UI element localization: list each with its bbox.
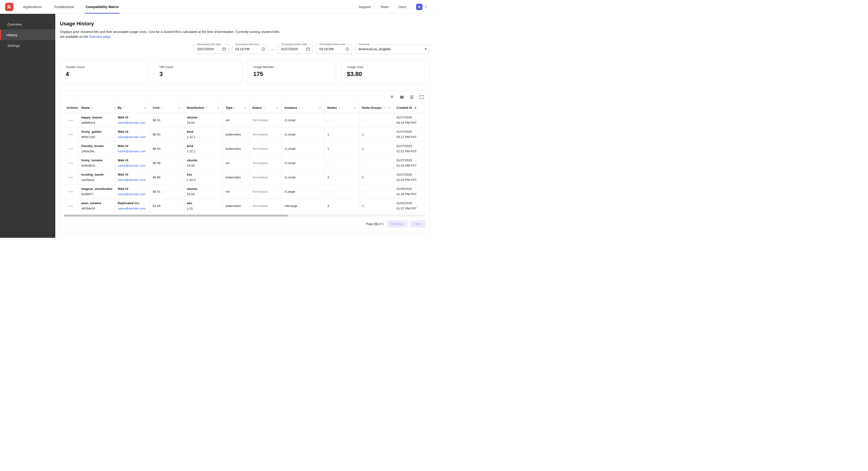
instance-value: r1.small [284, 132, 321, 137]
more-options-icon[interactable]: ••• [69, 118, 73, 122]
created-by-source: Web UI [118, 129, 147, 134]
sort-desc-icon[interactable] [414, 106, 417, 110]
sort-icon[interactable] [383, 107, 385, 109]
sort-icon[interactable] [338, 107, 340, 109]
more-options-icon[interactable]: ••• [69, 147, 73, 150]
column-menu-icon[interactable] [351, 106, 356, 109]
created-by-email-link[interactable]: name@domain.com [118, 164, 147, 168]
more-options-icon[interactable]: ••• [69, 161, 73, 165]
instance-cell: r1.small [282, 156, 324, 170]
density-icon[interactable] [409, 95, 414, 99]
created-time: 01:34 PM PST [397, 192, 423, 197]
horizontal-scrollbar-track[interactable] [64, 214, 426, 216]
cluster-id: fe3f8977 [81, 192, 112, 197]
clock-icon[interactable] [261, 47, 266, 51]
status-cell: Terminated [249, 199, 282, 213]
type-value: kubernetes [225, 147, 247, 151]
table-row: ••• frosty_galileo 995b7182 Web UI name@… [64, 127, 426, 142]
column-header-node-groups[interactable]: Node Groups [359, 102, 394, 113]
created-date: 01/27/2025 [397, 129, 423, 134]
terminated-after-time-input[interactable]: Terminated after time 03:19 PM [232, 44, 268, 54]
timezone-select[interactable]: Timezone America/Los_Angeles [355, 44, 429, 54]
description-period: . [110, 35, 111, 38]
column-header-status[interactable]: Status [249, 102, 282, 113]
terminated-before-time-input[interactable]: Terminated before time 03:19 PM [316, 44, 352, 54]
created-by-email-link[interactable]: name@domain.com [118, 120, 147, 125]
node-groups-cell: - [359, 156, 394, 170]
account-menu[interactable]: K [416, 4, 428, 10]
column-menu-icon[interactable] [142, 106, 147, 109]
created-time: 01:07 PM PST [397, 206, 423, 211]
sort-icon[interactable] [234, 107, 236, 109]
more-options-icon[interactable]: ••• [69, 190, 73, 193]
column-header-by[interactable]: By [115, 102, 150, 113]
next-page-button[interactable]: Next [411, 220, 426, 228]
filter-icon[interactable] [390, 95, 394, 99]
column-menu-icon[interactable] [242, 106, 247, 109]
nav-link-support[interactable]: Support [359, 5, 371, 9]
calendar-icon[interactable] [306, 47, 310, 51]
page-indicator-suffix: of 1 [379, 222, 384, 226]
sidebar-item-history[interactable]: History [0, 29, 55, 40]
table-row: ••• funny_lumiere de9ed87d Web UI name@d… [64, 156, 426, 170]
nav-item-troubleshoot[interactable]: Troubleshoot [53, 0, 75, 13]
instance-value: r1.small [284, 118, 321, 123]
created-by-email-link[interactable]: name@domain.com [118, 192, 147, 197]
column-header-name[interactable]: Name [79, 102, 115, 113]
node-groups-cell: 1 [359, 127, 394, 142]
clock-icon[interactable] [345, 47, 349, 51]
sidebar-item-settings[interactable]: Settings [0, 40, 55, 51]
created-at-cell: 01/02/2025 01:07 PM PST [394, 199, 426, 213]
terminated-before-date-input[interactable]: Terminated before date 01/27/2025 [278, 44, 313, 54]
columns-icon[interactable] [399, 95, 404, 99]
fullscreen-icon[interactable] [419, 95, 424, 99]
terminated-after-time-label: Terminated after time [234, 43, 260, 46]
sort-icon[interactable] [206, 107, 207, 109]
created-by-email-link[interactable]: name@domain.com [118, 135, 147, 139]
column-menu-icon[interactable] [215, 106, 220, 109]
created-by-email-link[interactable]: name@domain.com [118, 206, 147, 211]
nav-item-applications[interactable]: Applications [22, 0, 42, 13]
created-by-email-link[interactable]: name@domain.com [118, 178, 147, 182]
column-header-instance[interactable]: Instance [282, 102, 324, 113]
created-by-email-link[interactable]: name@domain.com [118, 149, 147, 154]
column-label: Cost [153, 106, 160, 110]
distribution-version: 1.31 [187, 206, 220, 211]
column-header-nodes[interactable]: Nodes [324, 102, 359, 113]
column-header-distribution[interactable]: Distribution [184, 102, 223, 113]
terminated-before-time-label: Terminated before time [318, 43, 346, 46]
column-menu-icon[interactable] [177, 106, 181, 109]
brand-logo[interactable]: R [5, 0, 13, 13]
column-header-cost[interactable]: Cost [150, 102, 184, 113]
column-menu-icon[interactable] [317, 106, 321, 109]
overview-page-link[interactable]: Overview page [89, 35, 110, 38]
nav-link-docs[interactable]: Docs [399, 5, 406, 9]
more-options-icon[interactable]: ••• [69, 204, 73, 208]
sidebar: Overview History Settings [0, 14, 55, 238]
sort-icon[interactable] [91, 107, 93, 109]
calendar-icon[interactable] [222, 47, 226, 51]
type-cell: vm [223, 184, 249, 199]
terminated-after-date-input[interactable]: Terminated after date 10/27/2024 [194, 44, 229, 54]
previous-page-button[interactable]: Previous [387, 220, 408, 228]
column-header-type[interactable]: Type [223, 102, 249, 113]
column-menu-icon[interactable] [386, 106, 391, 109]
sort-icon[interactable] [161, 107, 163, 109]
column-header-created-at[interactable]: Created At [394, 102, 426, 113]
column-menu-icon[interactable] [274, 106, 279, 109]
created-by-source: Web UI [118, 144, 147, 148]
nodes-value: - [327, 161, 356, 166]
nav-link-team[interactable]: Team [380, 5, 389, 9]
terminated-after-date-value: 10/27/2024 [197, 47, 214, 51]
sort-icon[interactable] [123, 107, 125, 109]
sort-icon[interactable] [299, 107, 300, 109]
horizontal-scrollbar-thumb[interactable] [64, 214, 288, 216]
sort-icon[interactable] [263, 107, 265, 109]
sidebar-item-overview[interactable]: Overview [0, 19, 55, 29]
nav-item-compatibility-matrix[interactable]: Compatibility Matrix [85, 0, 120, 13]
nodes-value: - [327, 189, 356, 194]
more-options-icon[interactable]: ••• [69, 176, 73, 179]
row-actions-cell: ••• [64, 142, 79, 156]
instance-value: r1.small [284, 161, 321, 166]
more-options-icon[interactable]: ••• [69, 133, 73, 136]
